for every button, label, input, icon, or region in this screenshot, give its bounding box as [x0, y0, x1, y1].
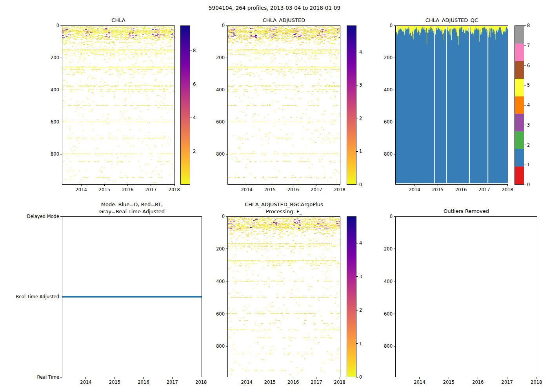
x-tick-mark [104, 185, 105, 186]
x-tick-mark [293, 185, 293, 186]
colorbar-tick-label: 5 [527, 82, 530, 88]
x-tick-mark [438, 185, 438, 186]
colorbar-tick-label: 4 [359, 240, 362, 246]
colorbar-tick-mark [524, 85, 526, 85]
y-tick-label: 200 [345, 246, 393, 252]
mode-y-tick-mark [60, 377, 62, 377]
colorbar-tick-label: 1 [527, 162, 530, 167]
colorbar-tick-label: 8 [193, 48, 196, 53]
qc-colorbar-segment [515, 26, 524, 44]
y-tick-label: 600 [178, 119, 225, 125]
y-tick-mark [226, 249, 227, 249]
qc-colorbar-segment [515, 79, 524, 96]
y-tick-mark [60, 90, 62, 90]
x-tick-label: 2014 [414, 379, 425, 385]
qc-colorbar-segment [515, 149, 524, 167]
x-tick-label: 2015 [264, 187, 276, 192]
bgcargoplus-heatmap-canvas [228, 217, 340, 377]
x-tick-mark [449, 377, 449, 379]
y-tick-label: 400 [178, 87, 225, 93]
x-tick-mark [174, 185, 175, 186]
x-tick-label: 2016 [472, 379, 484, 385]
x-tick-mark [507, 185, 508, 186]
plot-area-chla-adjusted-qc [395, 25, 508, 185]
x-tick-mark [201, 377, 201, 379]
y-tick-label: 800 [178, 151, 225, 157]
x-tick-label: 2015 [443, 379, 454, 385]
y-tick-label: 400 [12, 87, 59, 93]
colorbar-tick-mark [524, 125, 526, 125]
x-tick-mark [484, 185, 484, 186]
y-tick-label: 200 [345, 55, 393, 60]
mode-y-tick-mark [60, 216, 62, 217]
colorbar-tick-label: 8 [527, 23, 530, 28]
y-tick-mark [394, 216, 395, 217]
x-tick-mark [172, 377, 173, 379]
colorbar-tick-mark [190, 118, 192, 118]
x-tick-label: 2017 [311, 379, 322, 385]
mode-y-tick-mark [60, 297, 62, 297]
y-tick-label: 0 [178, 23, 225, 28]
x-tick-label: 2014 [241, 187, 253, 192]
y-tick-label: 600 [345, 311, 393, 317]
x-tick-label: 2016 [287, 187, 299, 192]
colorbar-tick-mark [190, 84, 192, 84]
mode-y-tick-label: Real Time [4, 374, 59, 380]
x-tick-mark [270, 185, 270, 186]
y-tick-mark [226, 25, 227, 26]
y-tick-mark [394, 58, 395, 58]
y-tick-label: 0 [345, 214, 393, 219]
x-tick-mark [293, 377, 293, 379]
plot-area-mode [62, 216, 202, 377]
y-tick-mark [226, 154, 227, 154]
x-tick-label: 2015 [264, 379, 276, 385]
colorbar-tick-mark [356, 243, 358, 243]
y-tick-label: 200 [12, 55, 59, 60]
y-tick-label: 400 [345, 87, 393, 93]
y-tick-mark [394, 122, 395, 122]
chla-adjusted-heatmap-canvas [228, 26, 340, 184]
x-tick-mark [316, 377, 316, 379]
colorbar-tick-mark [524, 145, 526, 145]
qc-colorbar-segment [515, 61, 524, 79]
plot-title-chla: CHLA [62, 17, 175, 24]
colorbar-tick-mark [356, 52, 358, 52]
colorbar-tick-label: 0 [527, 182, 530, 187]
colorbar-bgcargoplus [347, 216, 356, 377]
plot-title-outliers-removed: Outliers Removed [395, 208, 537, 215]
qc-stacked-bars-canvas [396, 26, 508, 184]
plot-title-chla-adjusted-qc: CHLA_ADJUSTED_QC [395, 17, 508, 24]
x-tick-mark [115, 377, 115, 379]
chla-heatmap-canvas [62, 26, 175, 184]
colorbar-tick-label: 4 [527, 102, 530, 108]
x-tick-label: 2014 [241, 379, 253, 385]
colorbar-tick-mark [524, 25, 526, 26]
x-tick-label: 2014 [76, 187, 87, 192]
x-tick-mark [536, 377, 536, 379]
y-tick-mark [226, 90, 227, 90]
x-tick-label: 2018 [502, 187, 513, 192]
colorbar-tick-label: 6 [527, 63, 530, 68]
x-tick-mark [270, 377, 270, 379]
x-tick-mark [81, 185, 82, 186]
plot-area-chla [62, 25, 175, 185]
colorbar-qc [514, 25, 524, 185]
colorbar-tick-mark [524, 105, 526, 105]
x-tick-label: 2018 [169, 187, 180, 192]
colorbar-tick-mark [524, 45, 526, 45]
y-tick-mark [60, 154, 62, 154]
x-tick-label: 2018 [195, 379, 207, 385]
y-tick-label: 200 [178, 55, 225, 60]
colorbar-tick-mark [356, 118, 358, 118]
colorbar-tick-label: 6 [193, 82, 196, 87]
plot-title-chla-adjusted: CHLA_ADJUSTED [227, 17, 340, 24]
y-tick-mark [226, 216, 227, 217]
y-tick-label: 800 [345, 343, 393, 349]
x-tick-mark [151, 185, 151, 186]
y-tick-label: 800 [178, 343, 225, 349]
colorbar-tick-mark [356, 310, 358, 310]
x-tick-mark [340, 377, 340, 379]
y-tick-label: 600 [178, 311, 225, 317]
y-tick-mark [394, 25, 395, 26]
y-tick-mark [394, 346, 395, 347]
